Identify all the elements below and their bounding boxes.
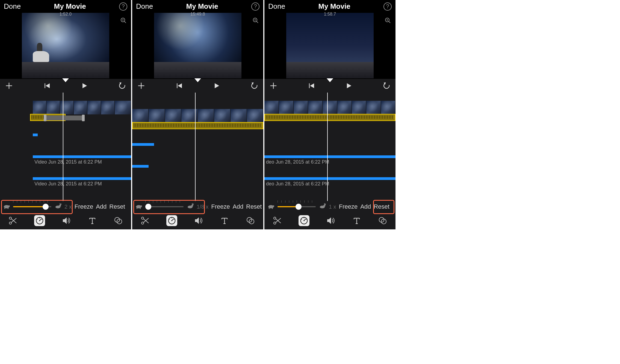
editor-panel: Done My Movie ? 1:58.7 deo Jun 28, 2015 … bbox=[264, 0, 395, 229]
timeline[interactable]: deo Jun 28, 2015 at 6:22 PM deo Jun 28, … bbox=[264, 93, 395, 201]
svg-marker-7 bbox=[46, 83, 50, 88]
tool-tabs bbox=[264, 212, 395, 229]
speed-tool[interactable] bbox=[166, 215, 177, 226]
cut-tool[interactable] bbox=[273, 216, 282, 225]
undo-button[interactable] bbox=[250, 82, 258, 90]
done-button[interactable]: Done bbox=[4, 2, 21, 11]
cut-tool[interactable] bbox=[8, 216, 17, 225]
add-speed-button[interactable]: Add bbox=[360, 203, 371, 210]
speed-slider[interactable] bbox=[277, 203, 316, 211]
filter-tool[interactable] bbox=[246, 216, 255, 225]
turtle-icon bbox=[267, 203, 275, 210]
help-button[interactable]: ? bbox=[119, 2, 127, 11]
help-button[interactable]: ? bbox=[383, 2, 392, 11]
help-button[interactable]: ? bbox=[251, 2, 259, 11]
audio-tool[interactable] bbox=[326, 216, 335, 225]
audio-marker bbox=[132, 165, 149, 168]
audio-track[interactable] bbox=[33, 177, 131, 180]
tutorial-highlight bbox=[1, 200, 73, 214]
play-button[interactable] bbox=[345, 82, 353, 90]
done-button[interactable]: Done bbox=[268, 2, 285, 11]
play-button[interactable] bbox=[81, 82, 88, 90]
svg-line-101 bbox=[306, 219, 307, 220]
speed-range-overlay[interactable] bbox=[264, 114, 395, 121]
svg-rect-86 bbox=[269, 208, 270, 209]
audio-track[interactable] bbox=[264, 155, 395, 158]
playhead[interactable] bbox=[327, 93, 328, 201]
svg-line-95 bbox=[276, 218, 281, 223]
svg-line-64 bbox=[174, 219, 175, 220]
done-button[interactable]: Done bbox=[136, 2, 153, 11]
speaker-icon bbox=[194, 216, 203, 225]
speed-range-overlay[interactable] bbox=[132, 122, 263, 129]
audio-track[interactable] bbox=[264, 177, 395, 180]
add-media-button[interactable] bbox=[269, 82, 277, 90]
audio-tool[interactable] bbox=[62, 216, 71, 225]
speed-tool[interactable] bbox=[299, 215, 309, 226]
playhead[interactable] bbox=[195, 93, 196, 201]
header: Done My Movie ? bbox=[132, 0, 263, 12]
magnifier-plus-icon bbox=[385, 17, 391, 24]
magnifier-plus-icon bbox=[120, 17, 127, 24]
undo-button[interactable] bbox=[118, 82, 126, 90]
video-clip-strip[interactable] bbox=[132, 109, 263, 123]
reset-speed-button[interactable]: Reset bbox=[109, 203, 125, 210]
title-tool[interactable] bbox=[352, 216, 361, 225]
freeze-button[interactable]: Freeze bbox=[211, 203, 230, 210]
preview-area: 1:52.0 bbox=[0, 12, 131, 79]
rewind-start-button[interactable] bbox=[175, 82, 183, 90]
add-media-button[interactable] bbox=[5, 82, 13, 90]
freeze-button[interactable]: Freeze bbox=[75, 203, 93, 210]
reset-speed-button[interactable]: Reset bbox=[246, 203, 262, 210]
svg-rect-87 bbox=[272, 208, 273, 209]
speed-tool[interactable] bbox=[34, 215, 45, 226]
preview-thumbnail[interactable] bbox=[22, 13, 109, 78]
undo-button[interactable] bbox=[382, 82, 391, 90]
editor-panel: Done My Movie ? 15:49.8 1/8 x Freez bbox=[132, 0, 263, 229]
playhead[interactable] bbox=[63, 93, 63, 201]
magnifier-plus-icon bbox=[252, 17, 259, 24]
preview-thumbnail[interactable] bbox=[286, 13, 374, 78]
transport-controls bbox=[264, 79, 395, 93]
freeze-button[interactable]: Freeze bbox=[339, 203, 358, 210]
scissors-icon bbox=[8, 216, 17, 225]
svg-line-27 bbox=[37, 219, 38, 220]
overlap-circles-icon bbox=[378, 216, 387, 225]
svg-marker-81 bbox=[347, 83, 351, 88]
svg-point-98 bbox=[303, 220, 305, 221]
svg-line-100 bbox=[302, 219, 302, 220]
add-speed-button[interactable]: Add bbox=[96, 203, 107, 210]
title-tool[interactable] bbox=[88, 216, 97, 225]
play-icon bbox=[81, 82, 88, 90]
video-clip-strip[interactable] bbox=[264, 101, 395, 114]
audio-tool[interactable] bbox=[194, 216, 203, 225]
plus-icon bbox=[269, 82, 277, 90]
speaker-icon bbox=[326, 216, 335, 225]
cut-tool[interactable] bbox=[140, 216, 150, 225]
audio-track[interactable] bbox=[33, 155, 131, 158]
timeline[interactable]: Video Jun 28, 2015 at 6:22 PM Video Jun … bbox=[0, 93, 131, 201]
video-clip-strip[interactable] bbox=[33, 101, 131, 114]
speed-range-bar[interactable] bbox=[44, 116, 85, 120]
zoom-button[interactable] bbox=[252, 17, 259, 24]
svg-point-61 bbox=[171, 220, 172, 221]
svg-marker-8 bbox=[82, 83, 87, 88]
filter-tool[interactable] bbox=[114, 216, 123, 225]
svg-line-74 bbox=[389, 21, 390, 23]
zoom-button[interactable] bbox=[120, 17, 127, 24]
zoom-button[interactable] bbox=[384, 17, 392, 24]
rewind-start-button[interactable] bbox=[43, 82, 51, 90]
title-tool[interactable] bbox=[220, 216, 229, 225]
rewind-start-button[interactable] bbox=[307, 82, 315, 90]
svg-marker-29 bbox=[63, 217, 67, 224]
rabbit-icon bbox=[318, 203, 326, 210]
svg-line-22 bbox=[11, 218, 16, 223]
overlap-circles-icon bbox=[246, 216, 255, 225]
add-media-button[interactable] bbox=[137, 82, 145, 90]
add-speed-button[interactable]: Add bbox=[233, 203, 243, 210]
timeline[interactable] bbox=[132, 93, 263, 201]
play-button[interactable] bbox=[213, 82, 220, 90]
svg-point-90 bbox=[324, 203, 325, 205]
filter-tool[interactable] bbox=[378, 216, 387, 225]
preview-thumbnail[interactable] bbox=[154, 13, 241, 78]
